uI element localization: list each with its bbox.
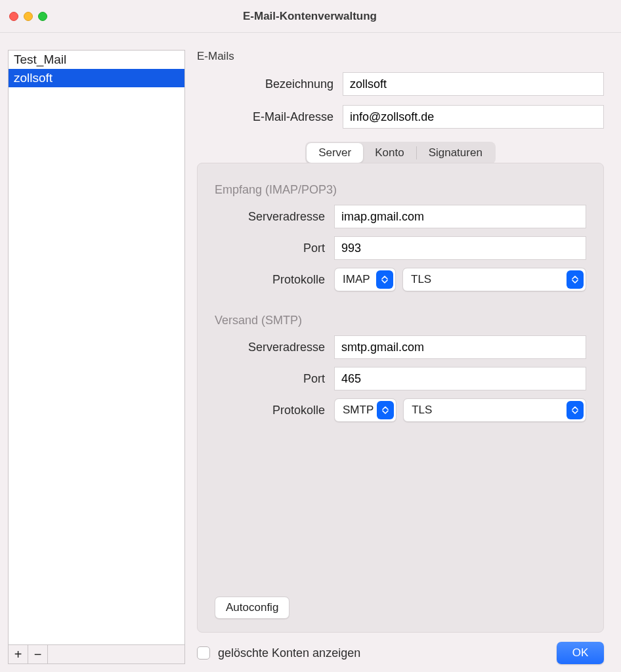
smtp-proto-value: SMTP <box>343 404 374 417</box>
toolbar-spacer <box>48 645 184 663</box>
list-toolbar: + − <box>8 644 185 664</box>
imap-proto-row: Protokolle IMAP TLS <box>215 268 586 291</box>
imap-port-label: Port <box>215 242 334 255</box>
window-minimize-button[interactable] <box>24 12 33 21</box>
tab-signaturen[interactable]: Signaturen <box>417 143 494 163</box>
account-row[interactable]: Test_Mail <box>9 51 184 69</box>
tabs: Server Konto Signaturen <box>197 142 604 164</box>
updown-icon <box>567 401 584 419</box>
imap-port-input[interactable] <box>334 236 586 260</box>
imap-encryption-value: TLS <box>411 273 431 286</box>
empfang-title: Empfang (IMAP/POP3) <box>215 183 586 197</box>
email-label: E-Mail-Adresse <box>197 110 343 124</box>
add-account-button[interactable]: + <box>9 645 28 663</box>
ok-button[interactable]: OK <box>557 642 604 664</box>
smtp-proto-row: Protokolle SMTP TLS <box>215 398 586 422</box>
sidebar: Test_Mail zollsoft + − <box>8 50 185 664</box>
imap-proto-select[interactable]: IMAP <box>334 268 396 291</box>
show-deleted-checkbox[interactable] <box>197 646 210 660</box>
smtp-server-row: Serveradresse <box>215 335 586 359</box>
updown-icon <box>377 401 394 419</box>
content: Test_Mail zollsoft + − E-Mails Bezeichnu… <box>0 33 621 672</box>
section-title: E-Mails <box>197 50 604 63</box>
smtp-proto-select[interactable]: SMTP <box>334 398 396 422</box>
account-list[interactable]: Test_Mail zollsoft <box>8 50 185 644</box>
autoconfig-button[interactable]: Autoconfig <box>215 597 289 619</box>
smtp-server-input[interactable] <box>334 335 586 359</box>
show-deleted-label: gelöschte Konten anzeigen <box>218 646 360 660</box>
titlebar: E-Mail-Kontenverwaltung <box>0 0 621 33</box>
tab-server[interactable]: Server <box>307 143 363 163</box>
smtp-encryption-value: TLS <box>412 404 432 417</box>
smtp-port-row: Port <box>215 367 586 390</box>
smtp-encryption-select[interactable]: TLS <box>403 398 586 422</box>
traffic-lights <box>9 12 47 21</box>
bezeichnung-input[interactable] <box>343 72 604 96</box>
imap-encryption-select[interactable]: TLS <box>402 268 586 291</box>
smtp-server-label: Serveradresse <box>215 341 334 354</box>
footer: gelöschte Konten anzeigen OK <box>197 642 604 664</box>
tab-konto[interactable]: Konto <box>363 143 416 163</box>
imap-server-label: Serveradresse <box>215 210 334 224</box>
smtp-port-input[interactable] <box>334 367 586 390</box>
bezeichnung-label: Bezeichnung <box>197 77 343 91</box>
server-panel: Empfang (IMAP/POP3) Serveradresse Port P… <box>197 163 604 633</box>
main-column: E-Mails Bezeichnung E-Mail-Adresse Serve… <box>197 50 604 664</box>
smtp-port-label: Port <box>215 372 334 386</box>
remove-account-button[interactable]: − <box>28 645 48 663</box>
imap-port-row: Port <box>215 236 586 260</box>
imap-proto-label: Protokolle <box>215 273 334 287</box>
imap-proto-value: IMAP <box>343 273 370 286</box>
email-row: E-Mail-Adresse <box>197 105 604 129</box>
panel-spacer <box>215 430 586 597</box>
smtp-proto-label: Protokolle <box>215 404 334 417</box>
updown-icon <box>567 270 584 289</box>
bezeichnung-row: Bezeichnung <box>197 72 604 96</box>
account-row[interactable]: zollsoft <box>9 69 184 87</box>
updown-icon <box>376 270 393 289</box>
email-input[interactable] <box>343 105 604 129</box>
window-zoom-button[interactable] <box>38 12 47 21</box>
window-title: E-Mail-Kontenverwaltung <box>47 10 572 23</box>
window: E-Mail-Kontenverwaltung Test_Mail zollso… <box>0 0 621 672</box>
segmented-control: Server Konto Signaturen <box>305 142 496 164</box>
window-close-button[interactable] <box>9 12 18 21</box>
versand-title: Versand (SMTP) <box>215 314 586 327</box>
imap-server-row: Serveradresse <box>215 205 586 228</box>
imap-server-input[interactable] <box>334 205 586 228</box>
